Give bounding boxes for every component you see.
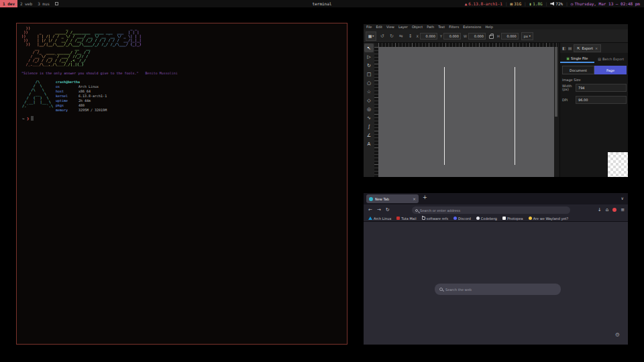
flip-vertical-icon[interactable]: ↕ — [407, 34, 414, 39]
pencil-tool-icon[interactable]: ∿ — [364, 113, 374, 122]
export-mode-tabs: ▣ Single File ▤ Batch Export — [560, 54, 628, 63]
bookmark-item[interactable]: software refs — [422, 217, 448, 221]
workspace-item[interactable]: 1 dev — [0, 0, 17, 7]
separator: | — [545, 1, 548, 6]
units-dropdown[interactable]: px▾ — [521, 32, 533, 40]
menu-item[interactable]: Edit — [376, 25, 382, 29]
focused-window-title: terminal — [313, 1, 332, 6]
gradient-tool-icon[interactable]: ∠ — [364, 131, 374, 139]
x-field[interactable]: X0.000 — [417, 33, 437, 40]
ellipse-tool-icon[interactable]: ○ — [364, 78, 374, 87]
workspace-item[interactable]: 3 mus — [35, 0, 52, 7]
bookmark-label: Codeberg — [481, 217, 497, 221]
bookmark-item[interactable]: Codeberg — [476, 217, 497, 221]
h-field[interactable]: H0.000 — [497, 33, 519, 40]
menu-item[interactable]: View — [386, 25, 394, 29]
dpi-row: DPI 96.00 — [562, 95, 627, 105]
terminal-window[interactable]: )) _ _ _ )) _ _____/ /________ ____ ___ … — [16, 23, 347, 345]
close-icon[interactable]: × — [595, 46, 598, 50]
shell-prompt[interactable]: ~ ❯ — [22, 116, 34, 121]
list-tabs-chevron-icon[interactable]: ∨ — [621, 196, 624, 200]
clock-icon: ◷ — [571, 1, 574, 6]
text-tool-icon[interactable]: A — [364, 139, 374, 148]
separator: | — [566, 1, 568, 6]
ascii-banner: )) _ _ _ )) _ _____/ /________ ____ ___ … — [21, 26, 142, 66]
quote-line: "Silence is the only answer you should g… — [21, 71, 178, 75]
canvas[interactable] — [378, 47, 554, 177]
lock-ratio-icon[interactable] — [489, 35, 494, 39]
menu-item[interactable]: Extensions — [463, 25, 481, 29]
selector-tool-icon[interactable]: ↖ — [364, 44, 374, 52]
star-tool-icon[interactable]: ☆ — [364, 87, 374, 96]
tab-single-file[interactable]: ▣ Single File — [560, 54, 594, 63]
toolbox: ↖▷↻□○☆◇◎∿∫∠A — [364, 43, 374, 177]
export-dialog-tab[interactable]: ⇱ Export × — [574, 44, 601, 52]
menu-item[interactable]: Layer — [398, 25, 408, 29]
menu-item[interactable]: Object — [412, 25, 423, 29]
tab-batch-export[interactable]: ▤ Batch Export — [594, 54, 629, 63]
prompt-path: ~ — [22, 116, 25, 121]
personalize-gear-icon[interactable]: ⚙ — [615, 332, 620, 338]
system-fetch: crash@bertha osArch Linuxhostx86_64kerne… — [56, 80, 107, 113]
new-tab-button[interactable]: + — [423, 194, 427, 200]
extension-icon[interactable] — [612, 208, 616, 212]
back-icon[interactable]: ← — [368, 207, 372, 213]
image-icon: ▣ — [566, 56, 570, 60]
bookmark-item[interactable]: Arch Linux — [368, 217, 391, 221]
export-panel: ◧ ▤ ⇱ Export × ▣ Single File ▤ Batch Exp… — [559, 43, 628, 177]
home-icon[interactable]: ⌂ — [606, 207, 608, 213]
canvas-scrollbar[interactable] — [554, 47, 558, 177]
fetch-row: pkgs480 — [56, 103, 107, 108]
box3d-tool-icon[interactable]: ◇ — [364, 96, 374, 105]
status-segment: ▲6.13.8-arch1-1 — [465, 1, 502, 6]
menu-item[interactable]: File — [366, 25, 372, 29]
arch-icon: ▲ — [465, 1, 468, 6]
scrollbar-thumb[interactable] — [555, 47, 557, 117]
forward-icon[interactable]: → — [377, 207, 381, 213]
flip-horizontal-icon[interactable]: ⇋ — [398, 34, 405, 39]
active-tab[interactable]: New Tab × — [366, 194, 419, 203]
bookmark-item[interactable]: Discord — [453, 217, 471, 221]
menu-item[interactable]: Path — [427, 25, 434, 29]
w-field[interactable]: W0.000 — [464, 33, 486, 40]
folder-favicon — [422, 217, 425, 220]
rectangle-tool-icon[interactable]: □ — [364, 70, 374, 78]
rotate-tool-icon[interactable]: ↻ — [364, 61, 374, 70]
spiral-tool-icon[interactable]: ◎ — [364, 105, 374, 113]
web-search-box[interactable]: Search the web — [435, 284, 561, 295]
tab-favicon — [369, 197, 373, 201]
menu-icon[interactable]: ≡ — [621, 207, 625, 213]
page-border-left — [444, 67, 445, 165]
rotate-cw-icon[interactable]: ↻ — [388, 34, 395, 39]
fill-stroke-icon[interactable]: ◧ — [562, 46, 566, 50]
downloads-icon[interactable]: ↓ — [598, 207, 602, 213]
dpi-input[interactable]: 96.00 — [576, 96, 627, 104]
bookmark-item[interactable]: Photopea — [502, 217, 523, 221]
fetch-row: hostx86_64 — [56, 89, 107, 94]
select-all-dropdown[interactable]: ▦▾ — [366, 32, 376, 41]
node-tool-icon[interactable]: ▷ — [364, 52, 374, 61]
status-text: 72% — [555, 1, 563, 6]
menu-item[interactable]: Help — [485, 25, 492, 29]
calligraphy-tool-icon[interactable]: ∫ — [364, 122, 374, 131]
workspace-item-extra[interactable] — [52, 0, 61, 7]
bookmark-item[interactable]: Tuta Mail — [396, 217, 416, 221]
scope-page-button[interactable]: Page — [594, 66, 627, 74]
width-input[interactable]: 794 — [576, 84, 627, 92]
tool-controls-bar: ▦▾ ↺ ↻ ⇋ ↕ X0.000Y0.000W0.000H0.000 px▾ — [364, 29, 628, 43]
bookmark-item[interactable]: Are we Wayland yet? — [529, 217, 568, 221]
scope-document-button[interactable]: Document — [562, 66, 594, 74]
export-icon: ⇱ — [577, 46, 580, 50]
rotate-ccw-icon[interactable]: ↺ — [379, 34, 386, 39]
arch-ascii-logo: /\ / \ /\ \ / __ \ / ( ) \ / __| |__ \ /… — [22, 80, 53, 108]
workspace-item[interactable]: 2 web — [17, 0, 35, 7]
reload-icon[interactable]: ↻ — [386, 207, 390, 213]
printer-icon[interactable]: ▤ — [568, 46, 572, 50]
discord-favicon — [453, 217, 457, 220]
y-field[interactable]: Y0.000 — [440, 33, 461, 40]
tab-close-icon[interactable]: × — [413, 196, 416, 201]
url-bar[interactable]: Search or enter address — [412, 206, 570, 214]
menu-item[interactable]: Text — [438, 25, 445, 29]
menu-item[interactable]: Filters — [449, 25, 459, 29]
user-host: crash@bertha — [56, 80, 107, 84]
